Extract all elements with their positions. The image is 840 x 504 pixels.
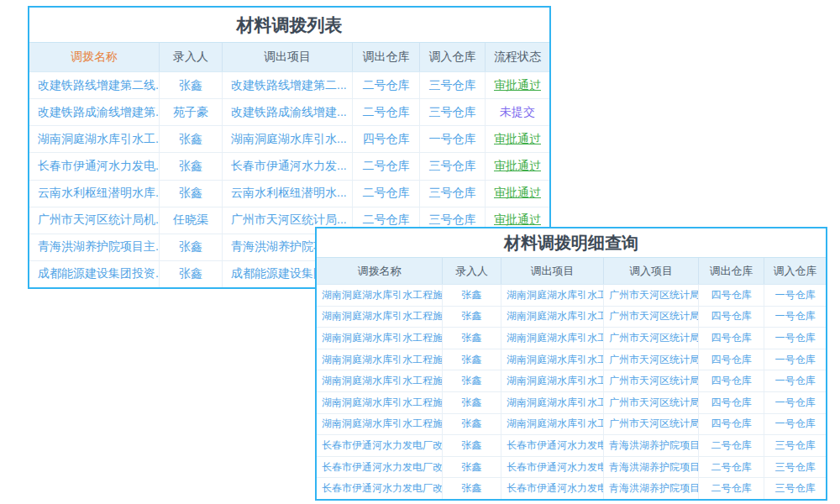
cell: 湖南洞庭湖水库引水工程施工 [317, 370, 443, 391]
cell: 一号仓库 [764, 328, 826, 349]
transfer-detail-body: 湖南洞庭湖水库引水工程施工张鑫湖南洞庭湖水库引水工程施广州市天河区统计局机四号仓… [317, 285, 826, 499]
cell: 三号仓库 [764, 478, 826, 499]
cell: 长春市伊通河水力发... [223, 153, 353, 179]
cell: 湖南洞庭湖水库引水工程施工 [317, 392, 443, 413]
cell: 一号仓库 [764, 414, 826, 435]
cell: 张鑫 [443, 435, 501, 456]
cell: 青海洪湖养护院项目 [604, 457, 699, 478]
cell: 湖南洞庭湖水库引水工程施工 [317, 328, 443, 349]
cell: 张鑫 [443, 478, 501, 499]
cell: 张鑫 [443, 328, 501, 349]
cell: 一号仓库 [764, 370, 826, 391]
cell: 长春市伊通河水力发电厂 [501, 435, 604, 456]
cell: 四号仓库 [699, 285, 764, 306]
column-header: 调出仓库 [699, 258, 764, 284]
table-row[interactable]: 湖南洞庭湖水库引水工程施工张鑫湖南洞庭湖水库引水工程施广州市天河区统计局机四号仓… [317, 414, 826, 436]
table-row[interactable]: 湖南洞庭湖水库引水工程施工张鑫湖南洞庭湖水库引水工程施广州市天河区统计局机四号仓… [317, 349, 826, 371]
cell: 三号仓库 [420, 72, 486, 98]
cell: 长春市伊通河水力发电厂 [501, 457, 604, 478]
cell: 张鑫 [160, 234, 223, 260]
cell: 一号仓库 [764, 285, 826, 306]
cell: 长春市伊通河水力发电厂改建工 [317, 435, 443, 456]
table-row[interactable]: 云南水利枢纽潜明水库...张鑫云南水利枢纽潜明水...二号仓库三号仓库审批通过 [29, 181, 549, 207]
table-row[interactable]: 改建铁路线增建第二线...张鑫改建铁路线增建第二...二号仓库三号仓库审批通过 [29, 72, 549, 99]
cell: 张鑫 [443, 307, 501, 328]
cell: 湖南洞庭湖水库引水工程施 [501, 414, 604, 435]
cell: 四号仓库 [699, 307, 764, 328]
cell: 青海洪湖养护院项目 [604, 478, 699, 499]
cell: 长春市伊通河水力发电厂改建工 [317, 457, 443, 478]
cell: 一号仓库 [420, 126, 486, 152]
status-link[interactable]: 审批通过 [486, 126, 549, 152]
cell: 张鑫 [443, 285, 501, 306]
cell: 任晓渠 [160, 207, 223, 234]
cell: 改建铁路线增建第二线... [29, 72, 160, 98]
column-header: 调出项目 [223, 43, 353, 71]
cell: 张鑫 [443, 457, 501, 478]
transfer-list-title: 材料调拨列表 [29, 8, 549, 42]
cell: 张鑫 [160, 126, 223, 152]
column-header: 流程状态 [486, 43, 549, 71]
cell: 一号仓库 [764, 307, 826, 328]
cell: 二号仓库 [353, 99, 420, 125]
table-row[interactable]: 湖南洞庭湖水库引水工程施工张鑫湖南洞庭湖水库引水工程施广州市天河区统计局机四号仓… [317, 392, 826, 414]
cell: 长春市伊通河水力发电厂改建工 [317, 478, 443, 499]
cell: 广州市天河区统计局机 [604, 392, 699, 413]
cell: 三号仓库 [420, 99, 486, 125]
transfer-detail-header-row: 调拨名称录入人调出项目调入项目调出仓库调入仓库 [317, 257, 826, 285]
column-header: 调入仓库 [420, 43, 486, 71]
cell: 四号仓库 [699, 414, 764, 435]
table-row[interactable]: 改建铁路成渝线增建第...苑子豪改建铁路成渝线增建...二号仓库三号仓库未提交 [29, 99, 549, 126]
cell: 二号仓库 [353, 72, 420, 98]
cell: 广州市天河区统计局机 [604, 414, 699, 435]
cell: 湖南洞庭湖水库引水工程施 [501, 370, 604, 391]
cell: 湖南洞庭湖水库引水... [223, 126, 353, 152]
cell: 云南水利枢纽潜明水... [223, 181, 353, 207]
table-row[interactable]: 长春市伊通河水力发电厂改建工张鑫长春市伊通河水力发电厂青海洪湖养护院项目二号仓库… [317, 478, 826, 499]
cell: 改建铁路线增建第二... [223, 72, 353, 98]
cell: 广州市天河区统计局机... [29, 207, 160, 234]
column-header: 调拨名称 [317, 258, 443, 284]
cell: 二号仓库 [353, 153, 420, 179]
table-row[interactable]: 湖南洞庭湖水库引水工程施工张鑫湖南洞庭湖水库引水工程施广州市天河区统计局机四号仓… [317, 307, 826, 328]
cell: 长春市伊通河水力发电... [29, 153, 160, 179]
cell: 四号仓库 [699, 349, 764, 370]
cell: 成都能源建设集团投资... [29, 261, 160, 287]
cell: 青海洪湖养护院项目主... [29, 234, 160, 260]
cell: 湖南洞庭湖水库引水工程施 [501, 328, 604, 349]
cell: 青海洪湖养护院项目 [604, 435, 699, 456]
column-header: 调入仓库 [764, 258, 826, 284]
cell: 湖南洞庭湖水库引水工程施工 [317, 285, 443, 306]
table-row[interactable]: 长春市伊通河水力发电厂改建工张鑫长春市伊通河水力发电厂青海洪湖养护院项目二号仓库… [317, 435, 826, 457]
cell: 湖南洞庭湖水库引水工程施工 [317, 414, 443, 435]
cell: 四号仓库 [699, 370, 764, 391]
cell: 四号仓库 [699, 392, 764, 413]
cell: 湖南洞庭湖水库引水工... [29, 126, 160, 152]
cell: 湖南洞庭湖水库引水工程施 [501, 285, 604, 306]
cell: 一号仓库 [764, 349, 826, 370]
cell: 三号仓库 [764, 435, 826, 456]
cell: 二号仓库 [699, 435, 764, 456]
cell: 苑子豪 [160, 99, 223, 125]
cell: 二号仓库 [353, 181, 420, 207]
table-row[interactable]: 长春市伊通河水力发电厂改建工张鑫长春市伊通河水力发电厂青海洪湖养护院项目二号仓库… [317, 457, 826, 479]
table-row[interactable]: 湖南洞庭湖水库引水工程施工张鑫湖南洞庭湖水库引水工程施广州市天河区统计局机四号仓… [317, 328, 826, 349]
table-row[interactable]: 湖南洞庭湖水库引水工...张鑫湖南洞庭湖水库引水...四号仓库一号仓库审批通过 [29, 126, 549, 153]
cell: 张鑫 [443, 392, 501, 413]
status-link[interactable]: 审批通过 [486, 153, 549, 179]
cell: 一号仓库 [764, 392, 826, 413]
column-header: 调出项目 [501, 258, 604, 284]
status-link[interactable]: 审批通过 [486, 181, 549, 207]
status-link[interactable]: 审批通过 [486, 72, 549, 98]
transfer-detail-title: 材料调拨明细查询 [317, 228, 826, 257]
cell: 广州市天河区统计局机 [604, 349, 699, 370]
status-cell: 未提交 [486, 99, 549, 125]
column-header: 调拨名称 [29, 43, 160, 71]
table-row[interactable]: 长春市伊通河水力发电...张鑫长春市伊通河水力发...二号仓库三号仓库审批通过 [29, 153, 549, 180]
table-row[interactable]: 湖南洞庭湖水库引水工程施工张鑫湖南洞庭湖水库引水工程施广州市天河区统计局机四号仓… [317, 370, 826, 392]
cell: 长春市伊通河水力发电厂 [501, 478, 604, 499]
table-row[interactable]: 湖南洞庭湖水库引水工程施工张鑫湖南洞庭湖水库引水工程施广州市天河区统计局机四号仓… [317, 285, 826, 307]
column-header: 录入人 [443, 258, 501, 284]
cell: 云南水利枢纽潜明水库... [29, 181, 160, 207]
cell: 张鑫 [443, 349, 501, 370]
